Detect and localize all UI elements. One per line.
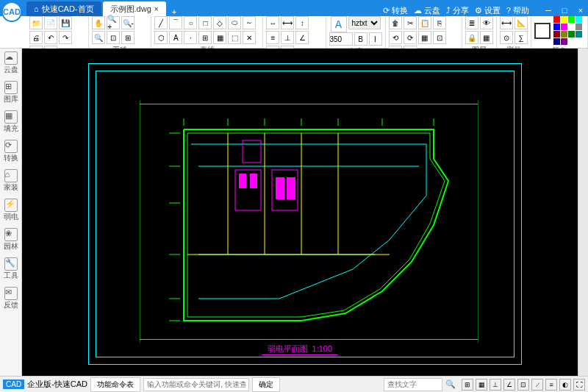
draw-tool-button[interactable]: ⊞ xyxy=(198,31,212,44)
grid-toggle[interactable]: ▦ xyxy=(476,379,487,391)
ortho-toggle[interactable]: ⊥ xyxy=(490,379,501,391)
color-swatch[interactable] xyxy=(553,31,560,38)
file-tool-button[interactable]: 📄 xyxy=(44,16,57,29)
add-tab-button[interactable]: + xyxy=(168,7,181,16)
annotate-tool-button[interactable]: ⊥ xyxy=(281,31,294,44)
tab-document[interactable]: 示例图.dwg× xyxy=(103,1,166,16)
edit-tool-button[interactable]: ▦ xyxy=(418,31,431,44)
color-swatch[interactable] xyxy=(576,16,582,23)
edit-tool-button[interactable]: 🗑 xyxy=(389,16,402,29)
maximize-button[interactable]: □ xyxy=(557,4,572,16)
edit-tool-button[interactable]: ⟳ xyxy=(404,31,417,44)
search-input[interactable] xyxy=(384,378,442,391)
draw-tool-button[interactable]: ⬚ xyxy=(228,31,241,44)
bold-button[interactable]: B xyxy=(354,32,368,46)
fullscreen-toggle[interactable]: ⛶ xyxy=(573,379,585,391)
share-button[interactable]: ⤴ 分享 xyxy=(446,5,469,16)
layer-tool-button[interactable]: 🔒 xyxy=(465,31,478,44)
draw-tool-button[interactable]: ⬭ xyxy=(228,16,241,29)
sidebar-item-云盘[interactable]: ☁云盘 xyxy=(4,51,18,75)
help-button[interactable]: ? 帮助 xyxy=(506,5,529,16)
edit-tool-button[interactable]: ⟲ xyxy=(389,31,402,44)
layer-tool-button[interactable]: ▦ xyxy=(480,31,493,44)
pan-tool-button[interactable]: ⊡ xyxy=(107,31,120,44)
search-icon[interactable]: 🔍 xyxy=(445,379,456,389)
color-swatch[interactable] xyxy=(561,31,567,38)
file-tool-button[interactable]: 📁 xyxy=(29,16,43,29)
draw-tool-button[interactable]: ◇ xyxy=(213,16,226,29)
sidebar-item-园林[interactable]: ❀园林 xyxy=(4,228,18,252)
italic-button[interactable]: I xyxy=(369,32,382,46)
tab-home[interactable]: ⌂快速CAD-首页 xyxy=(26,1,101,16)
file-tool-button[interactable]: 💾 xyxy=(59,16,72,29)
annotate-tool-button[interactable]: ↕ xyxy=(295,16,309,29)
measure-tool-button[interactable]: ∑ xyxy=(514,31,528,44)
draw-tool-button[interactable]: □ xyxy=(198,16,212,29)
sidebar-item-家装[interactable]: ⌂家装 xyxy=(4,169,18,193)
sidebar-item-图库[interactable]: ⊞图库 xyxy=(4,81,18,104)
draw-tool-button[interactable]: ⬡ xyxy=(154,31,168,44)
minimize-button[interactable]: ─ xyxy=(541,4,556,16)
draw-tool-button[interactable]: ▦ xyxy=(213,31,226,44)
pan-tool-button[interactable]: ⊞ xyxy=(121,31,135,44)
sidebar-item-弱电[interactable]: ⚡弱电 xyxy=(4,199,18,222)
close-icon[interactable]: × xyxy=(154,5,159,13)
sidebar-item-填充[interactable]: ▦填充 xyxy=(4,110,18,134)
font-select[interactable]: hztxt xyxy=(348,16,381,29)
draw-tool-button[interactable]: ○ xyxy=(184,16,197,29)
sidebar-item-转换[interactable]: ⟳转换 xyxy=(4,140,18,163)
draw-tool-button[interactable]: ～ xyxy=(243,16,256,29)
color-swatch[interactable] xyxy=(576,31,582,38)
color-swatch[interactable] xyxy=(553,16,560,23)
edit-tool-button[interactable]: ✂ xyxy=(404,16,417,29)
draw-tool-button[interactable]: ╱ xyxy=(154,16,168,29)
command-input[interactable] xyxy=(143,378,249,391)
color-swatch[interactable] xyxy=(561,16,567,23)
current-color[interactable] xyxy=(534,23,551,39)
sidebar-item-工具[interactable]: 🔧工具 xyxy=(4,257,18,281)
annotate-tool-button[interactable]: ∠ xyxy=(295,31,309,44)
edit-tool-button[interactable]: ⊡ xyxy=(433,31,446,44)
cmd-table-button[interactable]: 功能命令表 xyxy=(90,377,140,392)
pan-tool-button[interactable]: 🔍- xyxy=(121,16,135,29)
file-tool-button[interactable]: 🖨 xyxy=(29,31,43,44)
app-logo[interactable]: CAD xyxy=(1,1,22,22)
convert-button[interactable]: ⟳ 转换 xyxy=(383,5,408,16)
edit-tool-button[interactable]: ⎘ xyxy=(433,16,446,29)
vertical-scrollbar[interactable] xyxy=(578,49,588,376)
edit-tool-button[interactable]: 📋 xyxy=(418,16,431,29)
polar-toggle[interactable]: ∠ xyxy=(503,379,515,391)
snap-toggle[interactable]: ⊞ xyxy=(462,379,473,391)
color-swatch[interactable] xyxy=(553,24,560,30)
measure-tool-button[interactable]: 📐 xyxy=(514,16,528,29)
file-tool-button[interactable]: ↶ xyxy=(44,31,57,44)
draw-tool-button[interactable]: · xyxy=(184,31,197,44)
lweight-toggle[interactable]: ≡ xyxy=(545,379,557,391)
otrack-toggle[interactable]: ⟋ xyxy=(531,379,543,391)
color-swatch[interactable] xyxy=(568,16,575,23)
pan-tool-button[interactable]: ✋ xyxy=(92,16,105,29)
sidebar-item-反馈[interactable]: ✉反馈 xyxy=(4,287,18,310)
measure-tool-button[interactable]: ⊙ xyxy=(500,31,513,44)
color-swatch[interactable] xyxy=(568,31,575,38)
layer-tool-button[interactable]: ≣ xyxy=(465,16,478,29)
model-toggle[interactable]: ◐ xyxy=(559,379,571,391)
file-tool-button[interactable]: ↷ xyxy=(59,31,72,44)
measure-tool-button[interactable]: ⟷ xyxy=(500,16,513,29)
color-swatch[interactable] xyxy=(553,38,560,45)
color-swatch[interactable] xyxy=(568,24,575,30)
draw-tool-button[interactable]: ✕ xyxy=(243,31,256,44)
confirm-button[interactable]: 确定 xyxy=(252,377,280,392)
layer-tool-button[interactable]: 👁 xyxy=(480,16,493,29)
pan-tool-button[interactable]: 🔍 xyxy=(92,31,105,44)
settings-button[interactable]: ⚙ 设置 xyxy=(475,5,501,16)
osnap-toggle[interactable]: ⊡ xyxy=(517,379,529,391)
draw-tool-button[interactable]: ⌒ xyxy=(169,16,182,29)
draw-tool-button[interactable]: A xyxy=(169,31,182,44)
annotate-tool-button[interactable]: ⟷ xyxy=(281,16,294,29)
font-size-input[interactable] xyxy=(329,32,353,46)
annotate-tool-button[interactable]: ≡ xyxy=(266,31,279,44)
pan-tool-button[interactable]: 🔍+ xyxy=(107,16,120,29)
color-swatch[interactable] xyxy=(561,38,567,45)
close-button[interactable]: × xyxy=(573,4,588,16)
